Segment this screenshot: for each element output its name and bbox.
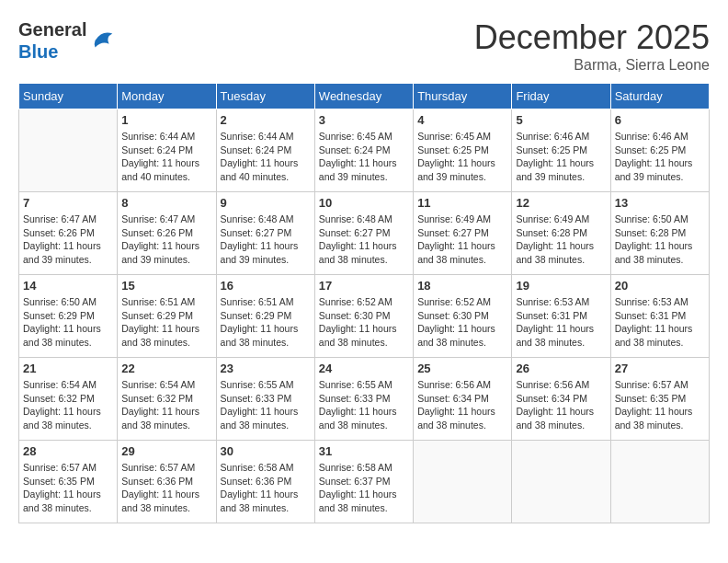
calendar-cell: 31Sunrise: 6:58 AM Sunset: 6:37 PM Dayli… bbox=[314, 441, 413, 523]
weekday-header-saturday: Saturday bbox=[610, 84, 709, 109]
calendar-cell: 8Sunrise: 6:47 AM Sunset: 6:26 PM Daylig… bbox=[118, 192, 216, 275]
day-number: 13 bbox=[615, 196, 705, 210]
page-header: General Blue December 2025 Barma, Sierra… bbox=[18, 18, 710, 74]
calendar-cell: 5Sunrise: 6:46 AM Sunset: 6:25 PM Daylig… bbox=[512, 109, 610, 192]
calendar-cell: 7Sunrise: 6:47 AM Sunset: 6:26 PM Daylig… bbox=[19, 192, 118, 275]
day-number: 21 bbox=[23, 362, 113, 375]
logo-bird-icon bbox=[88, 27, 116, 54]
logo-blue-text: Blue bbox=[18, 41, 58, 62]
calendar-cell: 3Sunrise: 6:45 AM Sunset: 6:24 PM Daylig… bbox=[314, 109, 413, 192]
week-row-1: 1Sunrise: 6:44 AM Sunset: 6:24 PM Daylig… bbox=[19, 109, 710, 192]
day-number: 15 bbox=[121, 279, 211, 293]
day-number: 3 bbox=[319, 113, 409, 127]
weekday-header-row: SundayMondayTuesdayWednesdayThursdayFrid… bbox=[19, 84, 710, 109]
day-info: Sunrise: 6:47 AM Sunset: 6:26 PM Dayligh… bbox=[121, 213, 211, 267]
day-number: 4 bbox=[417, 113, 507, 127]
weekday-header-monday: Monday bbox=[118, 84, 216, 109]
day-info: Sunrise: 6:48 AM Sunset: 6:27 PM Dayligh… bbox=[319, 213, 409, 267]
day-info: Sunrise: 6:49 AM Sunset: 6:27 PM Dayligh… bbox=[417, 213, 507, 267]
day-number: 7 bbox=[23, 196, 113, 210]
calendar-cell: 2Sunrise: 6:44 AM Sunset: 6:24 PM Daylig… bbox=[216, 109, 314, 192]
day-info: Sunrise: 6:44 AM Sunset: 6:24 PM Dayligh… bbox=[221, 130, 311, 184]
day-info: Sunrise: 6:46 AM Sunset: 6:25 PM Dayligh… bbox=[516, 130, 606, 184]
day-number: 17 bbox=[319, 279, 409, 293]
calendar-cell: 22Sunrise: 6:54 AM Sunset: 6:32 PM Dayli… bbox=[118, 358, 216, 441]
day-info: Sunrise: 6:56 AM Sunset: 6:34 PM Dayligh… bbox=[516, 378, 606, 432]
calendar-cell: 11Sunrise: 6:49 AM Sunset: 6:27 PM Dayli… bbox=[414, 192, 512, 275]
day-info: Sunrise: 6:53 AM Sunset: 6:31 PM Dayligh… bbox=[516, 295, 606, 350]
day-info: Sunrise: 6:56 AM Sunset: 6:34 PM Dayligh… bbox=[417, 378, 507, 432]
calendar-cell: 16Sunrise: 6:51 AM Sunset: 6:29 PM Dayli… bbox=[216, 275, 314, 358]
day-info: Sunrise: 6:58 AM Sunset: 6:37 PM Dayligh… bbox=[319, 461, 409, 515]
day-number: 6 bbox=[615, 113, 705, 127]
day-number: 24 bbox=[319, 362, 409, 375]
day-number: 10 bbox=[319, 196, 409, 210]
calendar-cell: 21Sunrise: 6:54 AM Sunset: 6:32 PM Dayli… bbox=[19, 358, 118, 441]
day-info: Sunrise: 6:51 AM Sunset: 6:29 PM Dayligh… bbox=[221, 295, 311, 350]
day-number: 8 bbox=[121, 196, 211, 210]
day-info: Sunrise: 6:45 AM Sunset: 6:24 PM Dayligh… bbox=[319, 130, 409, 184]
weekday-header-friday: Friday bbox=[512, 84, 610, 109]
day-number: 29 bbox=[121, 444, 211, 458]
calendar-cell: 24Sunrise: 6:55 AM Sunset: 6:33 PM Dayli… bbox=[314, 358, 413, 441]
calendar-cell bbox=[19, 109, 118, 192]
day-info: Sunrise: 6:57 AM Sunset: 6:36 PM Dayligh… bbox=[121, 461, 211, 515]
day-number: 26 bbox=[516, 362, 606, 375]
day-info: Sunrise: 6:47 AM Sunset: 6:26 PM Dayligh… bbox=[23, 213, 113, 267]
day-info: Sunrise: 6:44 AM Sunset: 6:24 PM Dayligh… bbox=[121, 130, 211, 184]
day-info: Sunrise: 6:50 AM Sunset: 6:29 PM Dayligh… bbox=[23, 295, 113, 350]
calendar-cell: 29Sunrise: 6:57 AM Sunset: 6:36 PM Dayli… bbox=[118, 441, 216, 523]
day-info: Sunrise: 6:49 AM Sunset: 6:28 PM Dayligh… bbox=[516, 213, 606, 267]
day-info: Sunrise: 6:57 AM Sunset: 6:35 PM Dayligh… bbox=[23, 461, 113, 515]
calendar-cell: 25Sunrise: 6:56 AM Sunset: 6:34 PM Dayli… bbox=[414, 358, 512, 441]
day-number: 30 bbox=[221, 444, 311, 458]
day-number: 16 bbox=[221, 279, 311, 293]
logo-general-text: General bbox=[18, 19, 86, 40]
day-number: 27 bbox=[615, 362, 705, 375]
day-info: Sunrise: 6:53 AM Sunset: 6:31 PM Dayligh… bbox=[615, 295, 705, 350]
calendar-cell: 30Sunrise: 6:58 AM Sunset: 6:36 PM Dayli… bbox=[216, 441, 314, 523]
location-subtitle: Barma, Sierra Leone bbox=[474, 57, 710, 74]
day-number: 22 bbox=[121, 362, 211, 375]
day-info: Sunrise: 6:55 AM Sunset: 6:33 PM Dayligh… bbox=[319, 378, 409, 432]
calendar-cell: 1Sunrise: 6:44 AM Sunset: 6:24 PM Daylig… bbox=[118, 109, 216, 192]
day-number: 2 bbox=[221, 113, 311, 127]
day-number: 12 bbox=[516, 196, 606, 210]
day-number: 9 bbox=[221, 196, 311, 210]
week-row-2: 7Sunrise: 6:47 AM Sunset: 6:26 PM Daylig… bbox=[19, 192, 710, 275]
calendar-cell bbox=[610, 441, 709, 523]
day-info: Sunrise: 6:54 AM Sunset: 6:32 PM Dayligh… bbox=[121, 378, 211, 432]
day-info: Sunrise: 6:48 AM Sunset: 6:27 PM Dayligh… bbox=[221, 213, 311, 267]
calendar-cell: 13Sunrise: 6:50 AM Sunset: 6:28 PM Dayli… bbox=[610, 192, 709, 275]
weekday-header-wednesday: Wednesday bbox=[314, 84, 413, 109]
calendar-cell: 23Sunrise: 6:55 AM Sunset: 6:33 PM Dayli… bbox=[216, 358, 314, 441]
calendar-cell: 26Sunrise: 6:56 AM Sunset: 6:34 PM Dayli… bbox=[512, 358, 610, 441]
day-info: Sunrise: 6:57 AM Sunset: 6:35 PM Dayligh… bbox=[615, 378, 705, 432]
day-info: Sunrise: 6:52 AM Sunset: 6:30 PM Dayligh… bbox=[417, 295, 507, 350]
calendar-cell: 19Sunrise: 6:53 AM Sunset: 6:31 PM Dayli… bbox=[512, 275, 610, 358]
calendar-cell: 14Sunrise: 6:50 AM Sunset: 6:29 PM Dayli… bbox=[19, 275, 118, 358]
calendar-cell: 27Sunrise: 6:57 AM Sunset: 6:35 PM Dayli… bbox=[610, 358, 709, 441]
day-number: 1 bbox=[121, 113, 211, 127]
calendar-cell: 15Sunrise: 6:51 AM Sunset: 6:29 PM Dayli… bbox=[118, 275, 216, 358]
day-number: 23 bbox=[221, 362, 311, 375]
calendar-table: SundayMondayTuesdayWednesdayThursdayFrid… bbox=[18, 83, 710, 523]
day-info: Sunrise: 6:54 AM Sunset: 6:32 PM Dayligh… bbox=[23, 378, 113, 432]
weekday-header-tuesday: Tuesday bbox=[216, 84, 314, 109]
week-row-3: 14Sunrise: 6:50 AM Sunset: 6:29 PM Dayli… bbox=[19, 275, 710, 358]
week-row-4: 21Sunrise: 6:54 AM Sunset: 6:32 PM Dayli… bbox=[19, 358, 710, 441]
month-year-title: December 2025 bbox=[474, 18, 710, 57]
weekday-header-thursday: Thursday bbox=[414, 84, 512, 109]
day-number: 19 bbox=[516, 279, 606, 293]
calendar-cell: 6Sunrise: 6:46 AM Sunset: 6:25 PM Daylig… bbox=[610, 109, 709, 192]
calendar-cell: 20Sunrise: 6:53 AM Sunset: 6:31 PM Dayli… bbox=[610, 275, 709, 358]
logo: General Blue bbox=[18, 18, 116, 63]
calendar-cell bbox=[512, 441, 610, 523]
day-info: Sunrise: 6:46 AM Sunset: 6:25 PM Dayligh… bbox=[615, 130, 705, 184]
weekday-header-sunday: Sunday bbox=[19, 84, 118, 109]
calendar-cell bbox=[414, 441, 512, 523]
day-number: 14 bbox=[23, 279, 113, 293]
day-info: Sunrise: 6:58 AM Sunset: 6:36 PM Dayligh… bbox=[221, 461, 311, 515]
calendar-cell: 4Sunrise: 6:45 AM Sunset: 6:25 PM Daylig… bbox=[414, 109, 512, 192]
day-number: 25 bbox=[417, 362, 507, 375]
